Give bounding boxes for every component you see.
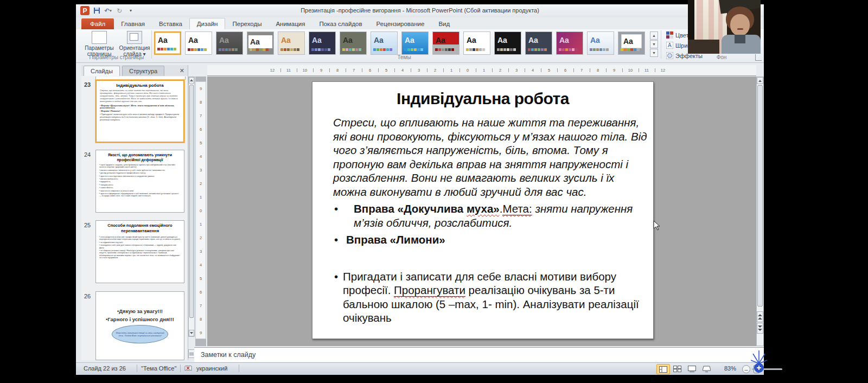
hruler-number: 4 — [532, 68, 534, 73]
ribbon-tab-Переходы[interactable]: Переходы — [225, 18, 269, 29]
theme-color-swatches — [402, 48, 428, 54]
theme-thumbnail-10[interactable]: Aa — [432, 31, 459, 55]
slide-bullet-1: Вправа «Докучлива муха».Мета: зняти напр… — [333, 202, 649, 229]
background-dialog-launcher-icon[interactable] — [755, 54, 762, 61]
mouse-cursor — [653, 220, 661, 231]
theme-thumbnail-13[interactable]: Aa — [525, 31, 552, 55]
theme-thumbnail-3[interactable]: Aa — [216, 31, 243, 55]
ribbon: Параметры страницы Ориентация слайда ▾ П… — [76, 29, 764, 63]
theme-thumbnail-6[interactable]: Aa — [309, 31, 336, 55]
thumb-bullet: • товариськість; — [99, 184, 181, 186]
hruler-number: 4 — [401, 68, 404, 73]
ribbon-tab-Дизайн[interactable]: Дизайн — [189, 18, 226, 29]
theme-thumbnail-2[interactable]: Aa — [185, 31, 212, 55]
next-slide-button[interactable] — [757, 323, 763, 334]
gallery-scroll-down-icon[interactable]: ▼ — [650, 40, 658, 48]
slide-26-thumbnail[interactable]: •Дякую за увагу!!! •Гарного і успішного … — [95, 291, 184, 360]
gallery-scroll-up-icon[interactable]: ▲ — [650, 31, 658, 40]
theme-aa-sample: Aa — [278, 32, 304, 48]
panel-scroll-down-icon[interactable] — [190, 332, 193, 334]
hruler-number: 2 — [499, 68, 501, 73]
panel-tab-bar: Слайды Структура ✕ — [81, 65, 188, 76]
theme-thumbnail-11[interactable]: Aa — [463, 31, 490, 55]
scroll-up-icon[interactable] — [758, 80, 762, 82]
theme-color-swatches — [526, 48, 552, 54]
gallery-more-icon[interactable]: ▼ — [650, 49, 658, 57]
thumb25-title: Способи подолання емоційного перенаванта… — [99, 223, 181, 234]
theme-aa-sample: Aa — [464, 32, 490, 48]
theme-color-swatches — [464, 48, 490, 54]
previous-slide-button[interactable] — [757, 311, 763, 322]
ribbon-tab-Файл[interactable]: Файл — [81, 18, 114, 29]
theme-color-swatches — [557, 48, 583, 54]
vruler-number: 7 — [195, 113, 206, 118]
page-setup-button[interactable]: Параметры страницы — [82, 31, 116, 57]
theme-thumbnail-4[interactable]: Aa — [247, 31, 274, 55]
thumb-bullet: • знаходити в собі сили для нового спілк… — [99, 244, 181, 249]
vruler-number: 6 — [195, 127, 206, 132]
zoom-out-icon[interactable]: – — [742, 365, 750, 373]
ribbon-tab-Главная[interactable]: Главная — [114, 18, 152, 29]
spellcheck-icon[interactable] — [184, 365, 193, 373]
thumb24-title: Якості, що допомагають уникнути професій… — [99, 152, 181, 162]
theme-color-swatches — [247, 48, 273, 54]
vruler-number: 4 — [195, 263, 206, 267]
notes-pane[interactable]: Заметки к слайду — [194, 347, 764, 362]
theme-thumbnail-5[interactable]: Aa — [278, 31, 305, 55]
slide-23-thumbnail[interactable]: Індивідуальна робота Стреси, що впливают… — [95, 80, 184, 143]
vruler-number: 5 — [195, 276, 206, 281]
theme-thumbnail-14[interactable]: Aa — [556, 31, 583, 55]
view-normal-button[interactable] — [656, 364, 670, 374]
theme-color-swatches — [371, 48, 397, 54]
panel-scroll-up-icon[interactable] — [190, 79, 193, 81]
thumb-bullet: • самостійність; — [99, 187, 181, 189]
theme-thumbnail-9[interactable]: Aa — [401, 31, 429, 55]
tab-slides[interactable]: Слайды — [84, 66, 120, 76]
thumb-bullet: • висока самооцінка і впевненість у собі… — [99, 169, 181, 171]
view-slideshow-button[interactable] — [700, 364, 713, 373]
slide-number-25: 25 — [84, 222, 91, 228]
theme-thumbnail-8[interactable]: Aa — [371, 31, 398, 55]
theme-thumbnail-7[interactable]: Aa — [340, 31, 367, 55]
ribbon-tab-bar: ФайлГлавнаяВставкаДизайнПереходыАнимация… — [76, 17, 764, 29]
theme-thumbnail-1[interactable]: Aa — [154, 31, 181, 55]
vruler-number: 9 — [195, 86, 206, 91]
thumb23-bullets: • Вправа «Докучлива муха». Мета: зняти н… — [100, 105, 180, 122]
svg-text:A: A — [668, 42, 672, 48]
theme-colors-icon — [666, 31, 673, 39]
slide-title[interactable]: Індивідуальна робота — [312, 90, 653, 108]
hruler-number: 5 — [548, 68, 550, 73]
thumb23-body: Стреси, що впливають на наше життя та пе… — [100, 90, 180, 103]
view-slide-sorter-button[interactable] — [671, 364, 684, 373]
view-reading-button[interactable] — [686, 364, 698, 373]
ribbon-tab-Рецензирование[interactable]: Рецензирование — [369, 18, 432, 29]
hruler-number: 7 — [580, 68, 583, 73]
vruler-number: 8 — [195, 317, 206, 322]
hruler-number: 1 — [450, 68, 452, 73]
slide-orientation-button[interactable]: Ориентация слайда ▾ — [118, 31, 151, 57]
slide-24-thumbnail[interactable]: Якості, що допомагають уникнути професій… — [95, 150, 184, 213]
slide-body[interactable]: Стреси, що впливають на наше життя та пе… — [333, 116, 649, 325]
slide-25-thumbnail[interactable]: Способи подолання емоційного перенаванта… — [95, 220, 184, 283]
person-face — [730, 14, 750, 36]
theme-thumbnail-16[interactable]: Aa — [618, 31, 645, 55]
theme-aa-sample: Aa — [155, 33, 180, 48]
panel-close-icon[interactable]: ✕ — [180, 67, 184, 76]
ribbon-tab-Анимация[interactable]: Анимация — [269, 18, 312, 29]
theme-aa-sample: Aa — [433, 32, 459, 48]
panel-scrollbar[interactable] — [188, 76, 195, 337]
hruler-number: 11 — [286, 68, 291, 73]
vertical-scrollbar[interactable] — [756, 76, 764, 346]
slide-editor[interactable]: Індивідуальна робота Стреси, що впливают… — [312, 81, 654, 339]
zoom-level[interactable]: 83% — [724, 365, 736, 372]
tab-outline[interactable]: Структура — [122, 66, 164, 76]
ribbon-tab-Показ слайдов[interactable]: Показ слайдов — [312, 18, 369, 29]
theme-effects-icon — [666, 52, 673, 59]
theme-thumbnail-12[interactable]: Aa — [494, 31, 521, 55]
screen: P ↶▾ ↻ ▾ Презинтація -професійне вигоран… — [0, 0, 868, 383]
ribbon-tab-Вставка[interactable]: Вставка — [152, 18, 189, 29]
ribbon-tab-Вид[interactable]: Вид — [431, 18, 457, 29]
theme-thumbnail-15[interactable]: Aa — [587, 31, 614, 55]
hruler-number: 3 — [515, 68, 518, 73]
status-language[interactable]: украинский — [196, 365, 227, 372]
